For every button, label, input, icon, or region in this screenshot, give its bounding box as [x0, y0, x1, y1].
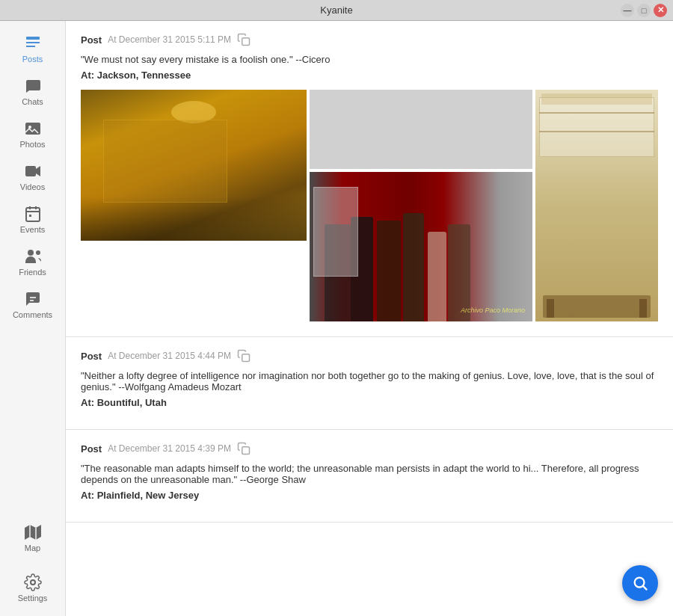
- title-bar: Kyanite — □ ✕: [0, 0, 673, 21]
- chats-icon: [24, 77, 42, 95]
- copy-button-1[interactable]: [237, 33, 251, 46]
- sidebar-item-photos-label: Photos: [19, 140, 45, 149]
- svg-rect-2: [26, 46, 35, 47]
- post-label-1: Post: [81, 34, 102, 46]
- svg-rect-19: [242, 38, 250, 46]
- display-cases-image[interactable]: [535, 90, 658, 321]
- svg-rect-5: [25, 166, 36, 176]
- sidebar-item-posts[interactable]: Posts: [0, 27, 65, 70]
- sidebar-item-events-label: Events: [20, 225, 46, 234]
- svg-point-11: [28, 250, 34, 256]
- minimize-button[interactable]: —: [621, 4, 634, 17]
- sidebar-item-posts-label: Posts: [22, 55, 43, 64]
- svg-rect-1: [26, 42, 40, 43]
- maximize-button[interactable]: □: [637, 4, 651, 17]
- sidebar-item-friends[interactable]: Friends: [0, 240, 65, 283]
- post-text-1: "We must not say every mistake is a fool…: [81, 54, 658, 65]
- close-button[interactable]: ✕: [654, 4, 667, 17]
- sidebar: Posts Chats Photos Videos: [0, 21, 66, 616]
- events-icon: [24, 205, 42, 223]
- post-label-2: Post: [81, 351, 102, 362]
- sidebar-item-map-label: Map: [25, 543, 40, 552]
- sidebar-item-map[interactable]: Map: [0, 516, 65, 558]
- friends-icon: [24, 247, 42, 265]
- post-location-1: At: Jackson, Tennessee: [81, 70, 658, 81]
- svg-rect-6: [26, 208, 40, 221]
- app-title: Kyanite: [320, 4, 352, 16]
- sidebar-item-settings[interactable]: Settings: [0, 566, 65, 609]
- location-value-2: Bountiful, Utah: [97, 397, 167, 408]
- location-prefix-1: At:: [81, 70, 94, 81]
- copy-button-3[interactable]: [237, 442, 251, 455]
- gallery-left: [81, 90, 307, 321]
- post-date-3: At December 31 2015 4:39 PM: [108, 443, 231, 454]
- sidebar-item-friends-label: Friends: [19, 268, 46, 277]
- svg-point-12: [36, 250, 40, 255]
- copy-button-2[interactable]: [237, 349, 251, 363]
- videos-icon: [24, 162, 42, 180]
- content-area: Post At December 31 2015 5:11 PM "We mus…: [66, 21, 673, 616]
- post-card-1: Post At December 31 2015 5:11 PM "We mus…: [66, 21, 673, 337]
- post-location-2: At: Bountiful, Utah: [81, 397, 658, 408]
- post-header-1: Post At December 31 2015 5:11 PM: [81, 33, 658, 46]
- sidebar-item-events[interactable]: Events: [0, 197, 65, 240]
- sidebar-item-videos-label: Videos: [20, 182, 45, 191]
- svg-marker-15: [25, 525, 41, 540]
- map-icon: [24, 523, 42, 541]
- gallery-center: Archivo Paco Morano: [310, 90, 532, 321]
- gallery-people-image[interactable]: Archivo Paco Morano: [310, 172, 532, 321]
- photos-icon: [24, 120, 42, 138]
- gallery-top-image[interactable]: [310, 90, 532, 169]
- post-location-3: At: Plainfield, New Jersey: [81, 490, 658, 501]
- post-text-3: "The reasonable man adapts himself to th…: [81, 463, 658, 485]
- search-fab-button[interactable]: [622, 565, 658, 601]
- post-card-2: Post At December 31 2015 4:44 PM "Neithe…: [66, 337, 673, 430]
- window-controls: — □ ✕: [621, 4, 667, 17]
- location-prefix-2: At:: [81, 397, 94, 408]
- sidebar-item-photos[interactable]: Photos: [0, 112, 65, 155]
- sidebar-item-videos[interactable]: Videos: [0, 155, 65, 197]
- svg-rect-20: [242, 354, 250, 362]
- copy-icon-1: [237, 33, 251, 46]
- svg-rect-21: [242, 447, 250, 455]
- post-date-1: At December 31 2015 5:11 PM: [108, 34, 231, 45]
- comments-icon: [24, 290, 42, 308]
- posts-icon: [24, 34, 42, 52]
- sidebar-item-comments-label: Comments: [13, 310, 52, 319]
- location-prefix-3: At:: [81, 490, 94, 501]
- sidebar-item-chats[interactable]: Chats: [0, 70, 65, 112]
- post-date-2: At December 31 2015 4:44 PM: [108, 351, 231, 361]
- sidebar-item-settings-label: Settings: [18, 594, 48, 603]
- post-header-2: Post At December 31 2015 4:44 PM: [81, 349, 658, 363]
- svg-line-23: [643, 586, 647, 590]
- post-card-3: Post At December 31 2015 4:39 PM "The re…: [66, 430, 673, 523]
- post-label-3: Post: [81, 443, 102, 455]
- svg-rect-0: [26, 37, 40, 40]
- museum-interior-image[interactable]: [81, 90, 307, 241]
- sidebar-item-comments[interactable]: Comments: [0, 283, 65, 325]
- svg-point-18: [31, 580, 35, 585]
- post-text-2: "Neither a lofty degree of intelligence …: [81, 370, 658, 392]
- location-value-3: Plainfield, New Jersey: [97, 490, 200, 501]
- gallery-right: [535, 90, 658, 321]
- sidebar-item-chats-label: Chats: [22, 97, 43, 106]
- copy-icon-2: [237, 349, 251, 363]
- location-value-1: Jackson, Tennessee: [97, 70, 191, 81]
- svg-point-22: [635, 578, 645, 588]
- post-header-3: Post At December 31 2015 4:39 PM: [81, 442, 658, 455]
- app-body: Posts Chats Photos Videos: [0, 21, 673, 616]
- search-icon: [632, 575, 648, 591]
- copy-icon-3: [237, 442, 251, 455]
- settings-icon: [24, 573, 42, 591]
- svg-rect-10: [29, 215, 31, 217]
- image-gallery-1: Archivo Paco Morano: [81, 90, 658, 321]
